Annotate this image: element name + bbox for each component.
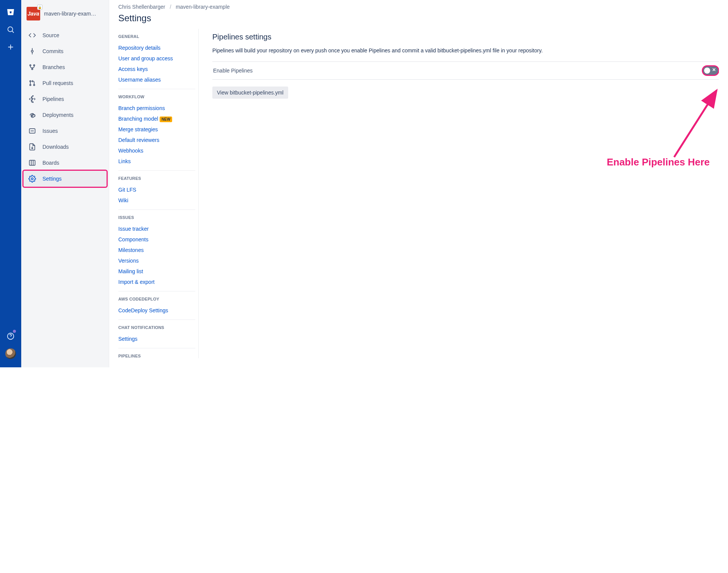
- svg-point-10: [33, 84, 35, 85]
- settings-link-username-aliases[interactable]: Username aliases: [118, 77, 161, 83]
- settings-link-issue-tracker[interactable]: Issue tracker: [118, 226, 149, 232]
- page-title: Settings: [118, 13, 719, 24]
- commits-icon: [28, 47, 36, 55]
- settings-link-components[interactable]: Components: [118, 236, 148, 242]
- sidebar-item-label: Source: [42, 32, 59, 38]
- pipelines-icon: [28, 95, 36, 103]
- svg-point-8: [30, 80, 31, 82]
- settings-link-versions[interactable]: Versions: [118, 258, 139, 264]
- pullrequests-icon: [28, 79, 36, 87]
- breadcrumb-repo[interactable]: maven-library-example: [176, 4, 229, 10]
- settings-section-chat: CHAT NOTIFICATIONS: [118, 325, 195, 330]
- settings-link-branch-permissions[interactable]: Branch permissions: [118, 105, 165, 111]
- downloads-icon: [28, 143, 36, 151]
- sidebar-item-label: Pipelines: [42, 96, 64, 102]
- sidebar-item-commits[interactable]: Commits: [24, 43, 107, 59]
- sidebar-item-downloads[interactable]: Downloads: [24, 139, 107, 155]
- create-icon[interactable]: [3, 39, 18, 55]
- issues-icon: [28, 127, 36, 135]
- sidebar-item-label: Downloads: [42, 144, 69, 150]
- settings-section-aws: AWS CODEDEPLOY: [118, 297, 195, 301]
- breadcrumb-owner[interactable]: Chris Shellenbarger: [118, 4, 165, 10]
- sidebar-item-label: Branches: [42, 64, 65, 70]
- toggle-off-x-icon: ✕: [712, 67, 716, 72]
- content-heading: Pipelines settings: [212, 33, 719, 41]
- settings-section-pipelines: PIPELINES: [118, 354, 195, 358]
- settings-link-merge-strategies[interactable]: Merge strategies: [118, 126, 158, 132]
- settings-link-user-group-access[interactable]: User and group access: [118, 55, 173, 61]
- svg-point-7: [31, 68, 33, 69]
- search-icon[interactable]: [3, 22, 18, 37]
- sidebar-item-settings[interactable]: Settings: [24, 171, 107, 187]
- settings-section-features: FEATURES: [118, 176, 195, 181]
- svg-point-17: [31, 178, 33, 180]
- settings-link-webhooks[interactable]: Webhooks: [118, 148, 143, 154]
- deployments-icon: [28, 111, 36, 119]
- settings-link-links[interactable]: Links: [118, 158, 131, 164]
- bitbucket-logo-icon[interactable]: [3, 5, 18, 20]
- settings-link-codedeploy[interactable]: CodeDeploy Settings: [118, 307, 168, 313]
- settings-link-wiki[interactable]: Wiki: [118, 197, 128, 203]
- view-yml-button[interactable]: View bitbucket-pipelines.yml: [212, 87, 288, 99]
- settings-link-mailing-list[interactable]: Mailing list: [118, 268, 143, 274]
- sidebar-item-pipelines[interactable]: Pipelines: [24, 91, 107, 107]
- settings-link-milestones[interactable]: Milestones: [118, 247, 144, 253]
- svg-point-6: [33, 65, 35, 66]
- svg-point-5: [30, 65, 31, 66]
- new-badge: NEW: [160, 116, 172, 122]
- sidebar-item-issues[interactable]: Issues: [24, 123, 107, 139]
- settings-link-access-keys[interactable]: Access keys: [118, 66, 148, 72]
- settings-section-general: GENERAL: [118, 34, 195, 39]
- svg-point-9: [30, 84, 31, 85]
- svg-rect-14: [30, 160, 35, 165]
- settings-link-chat-settings[interactable]: Settings: [118, 336, 138, 342]
- sidebar-item-label: Commits: [42, 48, 63, 54]
- sidebar-item-label: Settings: [42, 176, 62, 182]
- settings-link-git-lfs[interactable]: Git LFS: [118, 187, 136, 193]
- settings-link-import-export[interactable]: Import & export: [118, 279, 155, 285]
- sidebar-item-deployments[interactable]: Deployments: [24, 107, 107, 123]
- content-description: Pipelines will build your repository on …: [212, 47, 719, 55]
- enable-pipelines-toggle[interactable]: ✕: [703, 66, 718, 75]
- repo-name: maven-library-exam…: [44, 11, 96, 17]
- boards-icon: [28, 159, 36, 167]
- svg-text:Enable Pipelines Here: Enable Pipelines Here: [607, 156, 710, 168]
- gear-icon: [28, 175, 36, 183]
- settings-link-repository-details[interactable]: Repository details: [118, 45, 160, 51]
- code-icon: [28, 31, 36, 39]
- repo-logo: Java 🔒: [27, 7, 40, 20]
- sidebar-item-label: Pull requests: [42, 80, 73, 86]
- branches-icon: [28, 63, 36, 71]
- sidebar-item-label: Boards: [42, 160, 59, 166]
- sidebar-item-branches[interactable]: Branches: [24, 59, 107, 75]
- settings-section-issues: ISSUES: [118, 215, 195, 220]
- svg-line-19: [674, 90, 717, 157]
- settings-link-branching-model[interactable]: Branching modelNEW: [118, 116, 172, 122]
- sidebar-item-boards[interactable]: Boards: [24, 155, 107, 171]
- settings-section-workflow: WORKFLOW: [118, 94, 195, 99]
- enable-pipelines-label: Enable Pipelines: [213, 68, 253, 74]
- lock-icon: 🔒: [37, 5, 42, 10]
- sidebar-item-label: Deployments: [42, 112, 74, 118]
- settings-link-default-reviewers[interactable]: Default reviewers: [118, 137, 159, 143]
- svg-point-0: [8, 27, 13, 32]
- sidebar-item-pullrequests[interactable]: Pull requests: [24, 75, 107, 91]
- sidebar-item-source[interactable]: Source: [24, 27, 107, 43]
- sidebar-item-label: Issues: [42, 128, 58, 134]
- help-icon[interactable]: [3, 329, 18, 344]
- svg-point-2: [31, 50, 33, 52]
- breadcrumb: Chris Shellenbarger / maven-library-exam…: [118, 4, 719, 13]
- user-avatar[interactable]: [3, 346, 18, 361]
